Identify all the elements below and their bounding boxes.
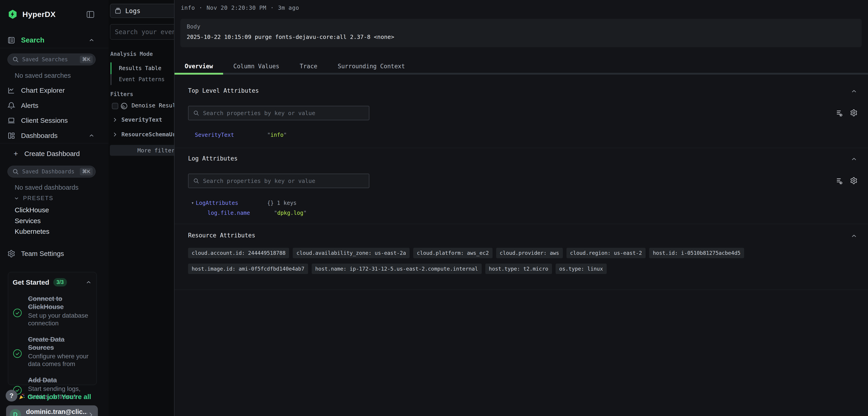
sidebar-item-clickhouse[interactable]: ClickHouse (15, 206, 49, 214)
chevron-up-icon[interactable] (88, 37, 95, 43)
search-section-icon (7, 36, 16, 44)
resource-badge[interactable]: cloud.platform: aws_ec2 (413, 248, 493, 258)
event-search-placeholder: Search your events (115, 28, 174, 36)
saved-searches-input[interactable]: Saved Searches ⌘K (7, 54, 96, 65)
attribute-row: SeverityText (195, 132, 234, 138)
avatar: D (10, 409, 21, 416)
collapse-sidebar-icon[interactable] (86, 10, 95, 19)
source-select[interactable]: Logs (110, 4, 174, 18)
search-icon (193, 178, 199, 184)
resource-badge[interactable]: os.type: linux (556, 264, 607, 274)
top-level-search-input[interactable]: Search properties by key or value (188, 106, 369, 120)
divider (0, 48, 108, 48)
collapse-section-icon[interactable] (850, 88, 858, 95)
saved-dashboards-input[interactable]: Saved Dashboards ⌘K (7, 166, 96, 177)
attribute-value[interactable]: "info" (267, 132, 287, 138)
create-dashboard-button[interactable]: + Create Dashboard (13, 149, 80, 158)
wrap-lines-icon[interactable] (836, 109, 844, 117)
resource-badge[interactable]: host.id: i-0510b81275acbe4d5 (649, 248, 744, 258)
collapse-section-icon[interactable] (850, 155, 858, 163)
laptop-icon (7, 116, 16, 125)
get-started-card: Get Started 3/3 Connect to ClickHouse Se… (8, 272, 97, 385)
sidebar-item-services[interactable]: Services (15, 217, 41, 225)
divider (175, 224, 868, 224)
sidebar-item-kubernetes[interactable]: Kubernetes (15, 228, 49, 235)
resource-badge[interactable]: host.image.id: ami-0f5fcdfbd140e4ab7 (188, 264, 308, 274)
check-circle-icon (13, 299, 22, 327)
denoise-label[interactable]: Denoise Results (131, 102, 174, 109)
gear-icon[interactable] (850, 109, 858, 117)
get-started-item-title: Add Data (28, 376, 92, 384)
section-title-log-attributes: Log Attributes (188, 155, 238, 162)
get-started-item[interactable]: Create Data Sources Configure where your… (13, 335, 92, 368)
resource-badge[interactable]: cloud.availability_zone: us-east-2a (293, 248, 410, 258)
attribute-value[interactable]: "dpkg.log" (274, 210, 307, 216)
tab-overview[interactable]: Overview (175, 60, 223, 73)
sidebar-item-label: Search (21, 36, 44, 44)
filters-label: Filters (110, 91, 133, 97)
congrats-row: Great job! You're all (18, 393, 91, 400)
resource-badge[interactable]: cloud.account.id: 244449518788 (188, 248, 289, 258)
resource-badge[interactable]: cloud.provider: aws (496, 248, 563, 258)
tab-surrounding-context[interactable]: Surrounding Context (328, 60, 415, 73)
body-value: 2025-10-22 10:15:09 purge fonts-dejavu-c… (187, 34, 394, 40)
sidebar-item-dashboards[interactable]: Dashboards (7, 131, 101, 141)
sidebar-item-alerts[interactable]: Alerts (7, 100, 101, 111)
chevron-up-icon[interactable] (85, 279, 92, 286)
user-account-button[interactable]: D dominic.tran@clic... dominic.tran@clic… (6, 405, 98, 416)
denoise-checkbox[interactable] (112, 103, 118, 109)
sidebar-item-label: Dashboards (21, 132, 58, 140)
presets-toggle[interactable]: PRESETS (13, 195, 53, 202)
sidebar-item-search[interactable]: Search (7, 36, 101, 45)
resource-badge[interactable]: cloud.region: us-east-2 (566, 248, 646, 258)
attribute-key[interactable]: log.file.name (208, 210, 250, 216)
attribute-key[interactable]: SeverityText (195, 132, 234, 138)
event-timestamp: Nov 20 2:20:30 PM (207, 4, 266, 11)
section-actions (836, 109, 858, 117)
sidebar-item-chart-explorer[interactable]: Chart Explorer (7, 86, 101, 95)
get-started-item-title: Connect to ClickHouse (28, 295, 92, 311)
tab-column-values[interactable]: Column Values (223, 60, 289, 73)
help-button[interactable]: ? (6, 390, 18, 402)
tab-trace[interactable]: Trace (289, 60, 328, 73)
dashboard-grid-icon (7, 131, 16, 140)
severity-text: info (181, 4, 195, 11)
plus-icon: + (13, 149, 18, 158)
more-filters-button[interactable]: More filters (110, 145, 174, 156)
get-started-header[interactable]: Get Started 3/3 (13, 278, 92, 287)
section-actions (836, 177, 858, 184)
wrap-lines-icon[interactable] (836, 177, 844, 184)
resource-badge[interactable]: host.name: ip-172-31-12-5.us-east-2.comp… (312, 264, 482, 274)
sidebar-item-label: Chart Explorer (21, 87, 65, 94)
divider (175, 290, 868, 290)
filter-group-resourceschemaurl[interactable]: ResourceSchemaUrl (112, 131, 174, 138)
tree-caret-icon[interactable]: ▾ (191, 200, 194, 206)
logs-source-icon (114, 7, 122, 14)
app-window: HyperDX Search Saved Searches ⌘K No save… (0, 0, 868, 416)
saved-dashboards-placeholder: Saved Dashboards (22, 169, 80, 175)
filter-group-label: ResourceSchemaUrl (121, 131, 174, 138)
log-attributes-search-input[interactable]: Search properties by key or value (188, 174, 369, 188)
filter-group-severitytext[interactable]: SeverityText (112, 116, 162, 123)
body-panel: Body 2025-10-22 10:15:09 purge fonts-dej… (180, 19, 862, 47)
attribute-row: log.file.name (208, 210, 250, 216)
attribute-meta: {} 1 keys (267, 200, 297, 206)
collapse-section-icon[interactable] (850, 232, 858, 240)
attribute-tree-row[interactable]: ▾LogAttributes (191, 200, 238, 206)
mode-option-event-patterns[interactable]: Event Patterns (119, 76, 164, 83)
event-detail-drawer: info·Nov 20 2:20:30 PM·3m ago Body 2025-… (174, 0, 868, 416)
saved-searches-placeholder: Saved Searches (22, 56, 80, 63)
get-started-item-desc: Configure where your data comes from (28, 353, 92, 368)
get-started-item[interactable]: Connect to ClickHouse Set up your databa… (13, 295, 92, 327)
gear-icon[interactable] (850, 177, 858, 184)
chevron-up-icon[interactable] (88, 132, 95, 139)
mode-option-results-table[interactable]: Results Table (119, 65, 161, 71)
chart-icon (7, 86, 16, 94)
sidebar-item-team-settings[interactable]: Team Settings (7, 249, 101, 259)
event-search-input[interactable]: Search your events (110, 24, 174, 39)
resource-badge[interactable]: host.type: t2.micro (485, 264, 552, 274)
sidebar-item-client-sessions[interactable]: Client Sessions (7, 116, 101, 125)
get-started-item-title: Create Data Sources (28, 335, 92, 352)
gear-icon (7, 249, 16, 258)
no-saved-dashboards-text: No saved dashboards (15, 184, 79, 191)
